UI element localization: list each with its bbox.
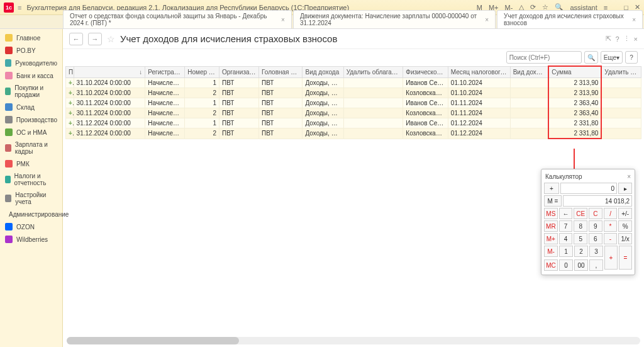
table-cell: Начисление за…	[145, 118, 185, 128]
sidebar-item[interactable]: Банк и касса	[0, 69, 62, 82]
sidebar-icon	[5, 59, 11, 67]
calc-1-button[interactable]: 1	[559, 246, 573, 257]
table-cell: ПВТ	[219, 108, 258, 118]
sidebar-item[interactable]: РМК	[0, 157, 62, 170]
table-row[interactable]: +30.11.2024 0:00:00Начисление за…2ПВТПВТ…	[66, 108, 641, 118]
star-icon[interactable]: ☆	[107, 34, 115, 44]
help-button[interactable]: ?	[625, 51, 638, 64]
sidebar-item[interactable]: Производство	[0, 113, 62, 126]
calc-00-button[interactable]: 00	[574, 259, 588, 271]
calc-0-button[interactable]: 0	[559, 259, 573, 271]
table-cell: Доходы, целик…	[303, 118, 343, 128]
sidebar-item[interactable]: Руководителю	[0, 57, 62, 69]
calc-9-button[interactable]: 9	[589, 220, 602, 232]
calc-mem-toggle-icon[interactable]: ▸	[618, 183, 632, 194]
calc-mr-button[interactable]: MR	[544, 220, 558, 232]
table-cell	[343, 88, 403, 98]
calc-c-button[interactable]: C	[589, 208, 602, 219]
calc-minus-button[interactable]: -	[604, 233, 618, 244]
table-row[interactable]: +31.12.2024 0:00:00Начисление за…1ПВТПВТ…	[66, 118, 641, 128]
column-header[interactable]: Удалить скидка	[601, 66, 641, 78]
nav-forward-button[interactable]: →	[88, 33, 102, 45]
table-cell: +	[66, 118, 74, 128]
calc-ce-button[interactable]: CE	[574, 208, 587, 219]
sidebar-icon	[5, 34, 13, 42]
tab-report[interactable]: Отчет о средствах фонда социальной защит…	[63, 10, 292, 28]
calc-pct-button[interactable]: %	[618, 220, 632, 232]
table-cell	[343, 78, 403, 88]
horizontal-scrollbar[interactable]	[67, 337, 640, 344]
sidebar-item-label: ОС и НМА	[16, 129, 47, 136]
calc-mplus-button[interactable]: M+	[544, 233, 558, 244]
calc-mul-button[interactable]: *	[604, 220, 618, 232]
sidebar-item-label: Wildberries	[16, 236, 48, 243]
calc-2-button[interactable]: 2	[574, 246, 588, 257]
sort-indicator-icon[interactable]: ↓	[74, 66, 145, 78]
nav-back-button[interactable]: ←	[69, 33, 83, 45]
calc-8-button[interactable]: 8	[574, 220, 587, 232]
column-header[interactable]: Регистратор	[145, 66, 185, 78]
sidebar-item-label: PO.BY	[16, 47, 36, 54]
calc-plus-button[interactable]: +	[604, 246, 618, 270]
calc-7-button[interactable]: 7	[559, 220, 573, 232]
sidebar-item[interactable]: PO.BY	[0, 44, 62, 57]
column-header[interactable]: Вид дохода уд…	[510, 66, 548, 78]
close-page-icon[interactable]: ×	[634, 35, 638, 43]
table-cell: 31.12.2024 0:00:00	[74, 128, 145, 139]
sidebar-item[interactable]: OZON	[0, 220, 62, 233]
search-button[interactable]: 🔍	[584, 51, 598, 64]
calc-4-button[interactable]: 4	[559, 233, 573, 244]
help-icon[interactable]: ?	[615, 35, 619, 43]
more-icon[interactable]: ⋮	[623, 35, 630, 43]
table-row[interactable]: +31.10.2024 0:00:00Начисление за…1ПВТПВТ…	[66, 78, 641, 88]
column-header[interactable]: Организация	[219, 66, 258, 78]
calc-mc-button[interactable]: MC	[544, 259, 558, 271]
column-header[interactable]: Период	[66, 66, 74, 78]
close-icon[interactable]: ×	[485, 16, 489, 23]
column-header[interactable]: Сумма	[548, 66, 601, 78]
row-marker-icon: +	[69, 100, 74, 106]
calc-3-button[interactable]: 3	[589, 246, 603, 257]
table-cell	[601, 118, 641, 128]
calc-div-button[interactable]: /	[604, 208, 618, 219]
calculator-close-icon[interactable]: ×	[627, 173, 631, 180]
more-button[interactable]: Еще ▾	[601, 51, 623, 64]
external-link-icon[interactable]: ⇱	[606, 35, 611, 43]
column-header[interactable]: Головная орган…	[259, 66, 303, 78]
calc-inv-button[interactable]: 1/x	[618, 233, 632, 244]
search-input[interactable]	[506, 51, 582, 64]
sidebar-item[interactable]: Главное	[0, 31, 62, 44]
column-header[interactable]: Вид дохода	[303, 66, 343, 78]
sidebar-item[interactable]: ОС и НМА	[0, 126, 62, 139]
close-icon[interactable]: ×	[632, 16, 636, 23]
table-row[interactable]: +31.12.2024 0:00:00Начисление за…2ПВТПВТ…	[66, 128, 641, 139]
calc-6-button[interactable]: 6	[589, 233, 602, 244]
close-icon[interactable]: ×	[281, 16, 285, 23]
calc-plusminus-button[interactable]: +/-	[618, 208, 632, 219]
table-row[interactable]: +31.10.2024 0:00:00Начисление за…2ПВТПВТ…	[66, 88, 641, 98]
sidebar-item[interactable]: Администрирование	[0, 208, 62, 220]
sidebar-item[interactable]: Покупки и продажи	[0, 82, 62, 101]
table-cell: 2	[185, 128, 219, 139]
column-header[interactable]: Месяц налогового периода	[448, 66, 510, 78]
tab-income[interactable]: Учет доходов для исчисления страховых вз…	[497, 10, 643, 28]
sidebar-icon	[5, 47, 13, 54]
sidebar-item[interactable]: Wildberries	[0, 233, 62, 246]
sidebar-item[interactable]: Налоги и отчетность	[0, 170, 62, 189]
sidebar-item[interactable]: Склад	[0, 101, 62, 113]
calc-eq-button[interactable]: =	[619, 246, 632, 270]
calc-mminus-button[interactable]: M-	[544, 246, 558, 257]
column-header[interactable]: Удалить облагается ЕНВД	[343, 66, 403, 78]
column-header[interactable]: Номер строки	[185, 66, 219, 78]
table-row[interactable]: +30.11.2024 0:00:00Начисление за…1ПВТПВТ…	[66, 98, 641, 108]
calc-ms-button[interactable]: MS	[544, 208, 558, 219]
calc-dot-button[interactable]: ,	[589, 259, 603, 271]
calc-back-button[interactable]: ←	[559, 208, 573, 219]
calc-5-button[interactable]: 5	[574, 233, 587, 244]
column-header[interactable]: Физическое лицо	[403, 66, 448, 78]
sidebar-item[interactable]: Зарплата и кадры	[0, 139, 62, 157]
page-title: Учет доходов для исчисления страховых вз…	[120, 33, 337, 44]
hamburger-icon[interactable]: ≡	[18, 4, 21, 11]
tab-movements[interactable]: Движения документа: Начисление зарплаты …	[293, 10, 496, 28]
sidebar-item[interactable]: Настройки учета	[0, 189, 62, 208]
